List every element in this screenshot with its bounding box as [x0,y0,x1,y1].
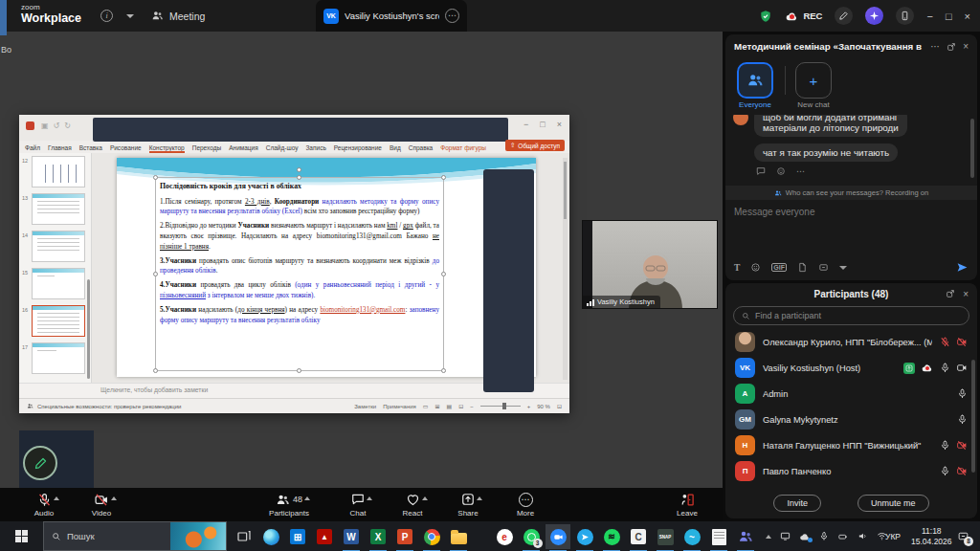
ppt-tab-transitions[interactable]: Переходы [192,144,222,151]
ppt-tab-record[interactable]: Запись [305,144,325,151]
clock[interactable]: 11:1815.04.2026 [911,521,952,551]
ppt-tab-insert[interactable]: Вставка [79,144,102,151]
slide-thumbnail-17[interactable] [32,342,85,374]
ppt-tab-help[interactable]: Справка [409,144,434,151]
app-icon-teal[interactable]: ~ [679,524,704,549]
video-options-chevron[interactable] [111,496,117,500]
emoji-reaction-icon[interactable] [776,166,786,176]
privacy-banner-text[interactable]: Who can see your messages? Recording on [786,188,928,197]
ppt-maximize-button[interactable]: □ [540,120,545,129]
resize-handle[interactable] [441,272,446,276]
thumbnail-scrollbar[interactable] [87,279,90,379]
volume-icon[interactable] [858,531,868,541]
search-highlight-image[interactable] [170,522,226,550]
chat-close-icon[interactable]: × [963,42,969,52]
microsoft-store-icon[interactable]: ⊞ [285,524,310,549]
speaker-video-tile[interactable]: Vasiliy Kostiushyn [582,220,718,309]
app-icon-white-c[interactable]: C [626,524,651,549]
ppt-tab-view[interactable]: Вид [390,144,401,151]
camera-off-icon[interactable] [956,440,968,451]
edge-icon[interactable] [258,524,283,549]
annotate-button[interactable] [23,446,57,480]
word-icon[interactable]: W [339,524,364,549]
share-options-chevron[interactable] [477,496,482,500]
chat-message-input[interactable]: Message everyone [734,207,815,217]
comments-toggle[interactable]: Примечания [383,404,416,409]
ppt-tab-slideshow[interactable]: Слайд-шоу [266,144,299,151]
mic-muted-icon[interactable] [940,337,950,347]
tray-expand-chevron[interactable] [766,535,771,539]
zoom-level[interactable]: 90 % [537,404,550,409]
accessibility-status[interactable]: Специальные возможности: проверьте реком… [37,404,181,409]
slide-thumbnail-13[interactable] [32,193,85,225]
slide-scrollbar[interactable] [563,158,568,380]
cloud-sync-icon[interactable] [799,532,811,541]
new-chat-button[interactable]: + [795,62,832,99]
teams-icon[interactable] [733,524,758,549]
resize-handle[interactable] [297,368,301,373]
participant-row[interactable]: H Наталя Галущенко НПП "Вижницький" [725,432,977,458]
participant-row[interactable]: GM Galyna Mykytynetz [725,407,977,432]
camera-off-icon[interactable] [956,466,968,476]
excel-icon[interactable]: X [366,524,390,549]
camera-icon[interactable] [956,363,968,373]
unmute-me-button[interactable]: Unmute me [858,495,929,512]
slide-canvas[interactable]: Послідовність кроків для участі в обліка… [117,158,536,377]
participants-options-chevron[interactable] [304,496,310,500]
participants-button[interactable]: 48 Participants [256,492,322,518]
more-button[interactable]: ⋯ More [503,492,547,518]
emoji-icon[interactable] [750,262,761,273]
ppt-tab-file[interactable]: Файл [25,144,40,151]
chat-more-icon[interactable]: ⋯ [930,42,940,52]
textbox-selection-frame[interactable]: Послідовність кроків для участі в обліка… [155,177,444,371]
zoom-out-icon[interactable]: − [470,404,474,409]
participants-scrollbar[interactable] [971,360,975,473]
share-button[interactable]: Share [446,492,490,518]
view-slideshow-icon[interactable]: ⊡ [458,403,463,409]
notification-center-button[interactable]: 8 [957,521,969,551]
quick-access-toolbar[interactable]: ▣↺↻ [41,121,76,130]
ppt-close-button[interactable]: × [557,120,562,129]
zoom-slider[interactable] [480,406,521,407]
video-button[interactable]: Video [80,492,122,518]
participant-row[interactable]: П Павло Панченко [725,458,977,484]
react-options-chevron[interactable] [422,496,428,500]
chat-scrollbar[interactable] [970,119,974,178]
snap-app-icon[interactable]: SNAP [653,524,678,549]
antivirus-icon[interactable]: e [492,524,517,549]
view-sorter-icon[interactable]: ⊞ [435,403,440,409]
acrobat-icon[interactable]: ▲ [312,524,337,549]
participant-search-input[interactable]: Find a participant [733,306,969,325]
ppt-tab-draw[interactable]: Рисование [110,144,142,151]
chat-button[interactable]: Chat [337,492,379,518]
invite-button[interactable]: Invite [773,495,821,512]
security-shield-icon[interactable] [759,10,772,23]
powerpoint-icon[interactable]: P [392,524,417,549]
notes-toggle[interactable]: Заметки [354,404,376,409]
workspace-dropdown-chevron[interactable] [126,14,134,18]
screenshot-icon[interactable] [818,262,829,273]
attach-options-chevron[interactable] [839,266,847,270]
telegram-icon[interactable] [572,524,597,549]
fit-slide-icon[interactable]: ⊡ [557,403,562,409]
rotate-handle[interactable] [297,167,301,172]
reply-icon[interactable] [756,166,766,176]
zoom-in-icon[interactable]: + [527,404,531,409]
ppt-tab-shape-format[interactable]: Формат фигуры [440,144,486,151]
participant-row[interactable]: Олександр Курило, НПП "Білобереж... (Me) [725,329,977,355]
view-normal-icon[interactable]: ▭ [423,403,429,409]
zoom-icon[interactable] [546,524,570,549]
slide-thumbnail-15[interactable] [32,268,85,299]
ppt-tab-home[interactable]: Главная [48,144,72,151]
resize-handle[interactable] [297,175,301,180]
annotation-pencil-button[interactable] [835,7,853,25]
spotify-icon[interactable]: ≋ [599,524,624,549]
tab-shared-screen[interactable]: VK Vasiliy Kostiushyn's screen ⋯ [316,0,467,32]
camera-off-icon[interactable] [956,337,968,347]
participants-popout-icon[interactable] [946,289,955,298]
slide-thumbnail-14[interactable] [32,231,85,262]
tab-options-icon[interactable]: ⋯ [445,9,459,23]
task-view-button[interactable] [232,524,256,549]
chat-messages[interactable]: щоб би могли додати отримані матеріали д… [725,115,969,184]
mic-tray-icon[interactable] [819,531,829,541]
